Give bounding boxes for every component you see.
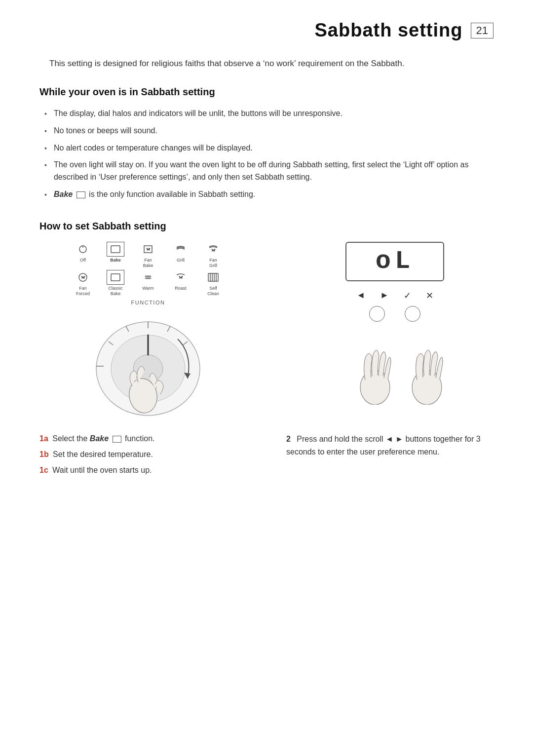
list-item: The oven light will stay on. If you want… [44, 159, 494, 184]
func-self-clean: SelfClean [201, 270, 225, 297]
bake-label: Bake [110, 258, 121, 263]
fan-forced-icon [74, 270, 92, 285]
func-warm: Warm [136, 270, 160, 297]
left-dial [369, 306, 385, 322]
right-diagram: oL ◄ ► ✓ ✕ [296, 242, 494, 405]
step-2-text: 2 Press and hold the scroll ◄ ► buttons … [286, 433, 494, 458]
bake-func-icon [107, 242, 124, 257]
self-clean-icon [204, 270, 222, 285]
classic-bake-icon [107, 270, 124, 285]
cancel-btn: ✕ [426, 290, 433, 301]
dial-buttons-row [369, 306, 420, 322]
page-header: Sabbath setting 21 [39, 20, 494, 41]
warm-icon [139, 270, 157, 285]
right-arrow-icon: ► [380, 290, 389, 301]
fan-bake-icon [139, 242, 157, 257]
right-dial [405, 306, 420, 322]
dial-illustration [79, 309, 217, 418]
func-roast: Roast [169, 270, 192, 297]
func-off: Off [71, 242, 95, 268]
list-item: The display, dial halos and indicators w… [44, 108, 494, 120]
confirm-btn: ✓ [404, 290, 411, 301]
how-to-section: How to set Sabbath setting O [39, 221, 494, 480]
off-label: Off [80, 258, 86, 263]
func-grill: Grill [169, 242, 192, 268]
list-item: No tones or beeps will sound. [44, 125, 494, 137]
fan-grill-label: FanGrill [209, 258, 217, 268]
step-1b-num: 1b [39, 450, 49, 458]
grill-label: Grill [177, 258, 185, 263]
left-arrow-icon: ◄ [356, 290, 365, 301]
step-1a-bake-text: Bake [90, 434, 109, 443]
scroll-right-btn: ► [380, 290, 389, 301]
roast-icon [172, 270, 190, 285]
check-icon: ✓ [404, 290, 411, 301]
display-text: oL [376, 247, 414, 276]
function-label: FUNCTION [131, 300, 165, 305]
function-grid: Off Bake [71, 242, 225, 297]
oven-display: oL [345, 242, 444, 281]
fan-forced-label: FanForced [76, 286, 90, 297]
warm-label: Warm [142, 286, 154, 291]
grill-icon [172, 242, 190, 257]
step-1c: 1c Wait until the oven starts up. [39, 464, 252, 476]
fingers-illustration [331, 326, 459, 405]
step-1a-bake-icon [113, 436, 121, 443]
step-1b: 1b Set the desired temperature. [39, 449, 252, 460]
diagrams-row: Off Bake [39, 242, 494, 418]
step-2-num: 2 [286, 435, 291, 443]
svg-rect-2 [111, 246, 120, 253]
list-item-bake: Bake is the only function available in S… [44, 189, 494, 201]
function-row-2: FanForced ClassicBake [71, 270, 225, 297]
svg-rect-5 [208, 273, 218, 281]
page-number: 21 [471, 23, 494, 38]
bullet-list: The display, dial halos and indicators w… [39, 108, 494, 201]
bake-icon [76, 191, 85, 198]
list-item: No alert codes or temperature changes wi… [44, 142, 494, 154]
page-title: Sabbath setting [314, 20, 462, 41]
step-1a-num: 1a [39, 434, 48, 443]
steps-left: 1a Select the Bake function. 1b Set the … [39, 433, 252, 480]
fan-grill-icon [204, 242, 222, 257]
func-classic-bake: ClassicBake [104, 270, 127, 297]
intro-text: This setting is designed for religious f… [49, 59, 494, 69]
section1-title: While your oven is in Sabbath setting [39, 86, 494, 98]
x-icon: ✕ [426, 290, 433, 301]
off-icon [74, 242, 92, 257]
step-1a: 1a Select the Bake function. [39, 433, 252, 445]
classic-bake-label: ClassicBake [108, 286, 122, 297]
self-clean-label: SelfClean [207, 286, 219, 297]
left-diagram: Off Bake [39, 242, 257, 418]
func-fan-forced: FanForced [71, 270, 95, 297]
func-fan-bake: FanBake [136, 242, 160, 268]
svg-rect-4 [111, 274, 120, 281]
fan-bake-label: FanBake [143, 258, 153, 268]
function-row-1: Off Bake [71, 242, 225, 268]
steps-right: 2 Press and hold the scroll ◄ ► buttons … [286, 433, 494, 458]
section2-title: How to set Sabbath setting [39, 221, 494, 232]
func-bake: Bake [104, 242, 127, 268]
func-fan-grill: FanGrill [201, 242, 225, 268]
steps-row: 1a Select the Bake function. 1b Set the … [39, 433, 494, 480]
scroll-left-btn: ◄ [356, 290, 365, 301]
roast-label: Roast [175, 286, 187, 291]
step-1c-num: 1c [39, 466, 48, 474]
